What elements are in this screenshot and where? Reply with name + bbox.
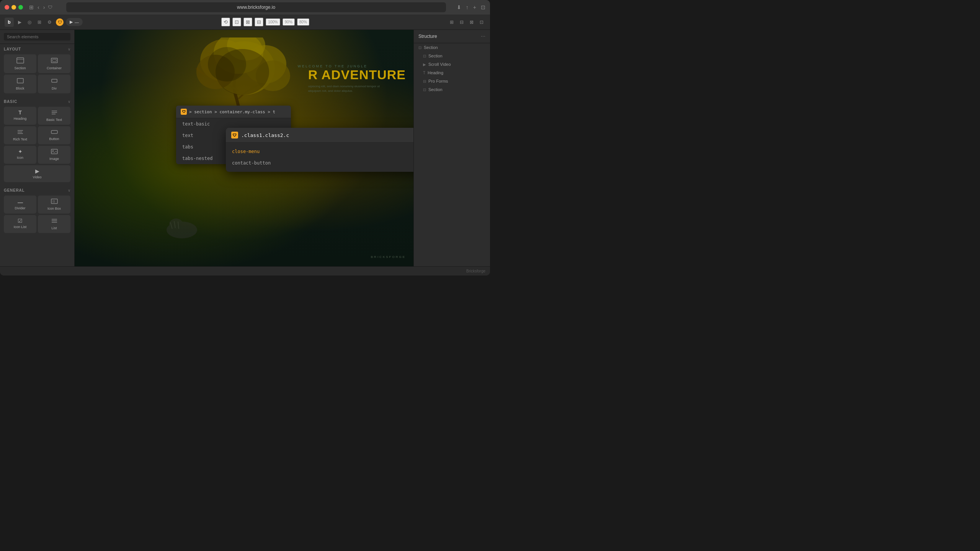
sidebar-toggle-button[interactable]: ⊞ [29, 4, 34, 10]
svg-rect-4 [17, 78, 23, 83]
sidebar-item-heading[interactable]: T Heading [4, 107, 36, 125]
class-suggestion-close-menu[interactable]: close-menu [226, 146, 413, 157]
rich-text-icon [17, 129, 24, 136]
fullscreen-window-button[interactable] [18, 5, 23, 10]
section-icon [16, 57, 24, 65]
heading-icon: T [18, 110, 22, 115]
toolbar-pill[interactable]: ▶ — [66, 18, 83, 26]
sidebar-basic-video-grid: ▶ Video [4, 165, 70, 182]
search-input[interactable] [4, 33, 70, 41]
svg-rect-0 [17, 58, 24, 63]
desktop-view-button[interactable]: ⊡ [232, 18, 241, 26]
toolbar-center: ⟲ ⊡ ⊠ ⊟ 100% 90% 80% [85, 18, 446, 26]
list-icon [51, 218, 58, 225]
class-popup: 🛡 close-menu contact-button [226, 128, 413, 172]
canvas-area: Welcome To The Jungle R ADVENTURE urpisc… [75, 30, 413, 266]
titlebar-right-controls: ⬇ ↑ + ⊡ [457, 4, 485, 10]
sidebar-general-grid: Divider ⊡ Icon Box ☑ Icon List [4, 196, 70, 233]
sidebar-item-button[interactable]: Button [38, 126, 70, 144]
sidebar-general-toggle[interactable]: ∨ [68, 188, 70, 192]
address-bar[interactable]: www.bricksforge.io [66, 2, 446, 12]
image-label: Image [49, 157, 59, 161]
svg-rect-2 [51, 58, 57, 63]
sidebar-item-icon-element[interactable]: ✦ Icon [4, 146, 36, 164]
toolbar-right: ⊞ ⊟ ⊠ ⊡ [448, 18, 485, 26]
bottom-bar-text: Bricksforge [466, 269, 485, 273]
class-suggestion-contact-button[interactable]: contact-button [226, 157, 413, 169]
preview-button[interactable]: ⊠ [468, 18, 475, 26]
sidebar-item-icon-list[interactable]: ☑ Icon List [4, 215, 36, 233]
forward-button[interactable]: › [43, 4, 45, 10]
sidebar-item-image[interactable]: Image [38, 146, 70, 164]
sidebar-item-icon-box[interactable]: ⊡ Icon Box [38, 196, 70, 214]
block-label: Block [16, 86, 24, 90]
new-tab-button[interactable]: + [473, 4, 476, 10]
sidebar-basic-toggle[interactable]: ∨ [68, 99, 70, 104]
structure-item-scroll-video[interactable]: ▶ Scroll Video [418, 60, 490, 68]
sidebar-basic-grid: T Heading Basic Text [4, 107, 70, 164]
sidebar-search-container [0, 30, 74, 44]
play-button[interactable]: ▶ [16, 18, 23, 26]
sidebar-item-rich-text[interactable]: Rich Text [4, 126, 36, 144]
right-panel-title: Structure [418, 34, 437, 39]
sidebar-item-container[interactable]: Container [38, 54, 70, 73]
back-button[interactable]: ‹ [38, 4, 39, 10]
structure-toggle-button[interactable]: ⊟ [458, 18, 466, 26]
class-input[interactable] [241, 132, 413, 138]
div-label: Div [52, 86, 57, 90]
structure-scroll-video-icon: ▶ [423, 62, 426, 67]
left-sidebar: LAYOUT ∨ Section [0, 30, 75, 266]
video-icon: ▶ [35, 168, 39, 174]
zoom-80-button[interactable]: 80% [297, 18, 309, 26]
share-button[interactable]: ↑ [466, 4, 469, 10]
zoom-90-button[interactable]: 90% [283, 18, 295, 26]
sidebar-layout-toggle[interactable]: ∨ [68, 47, 70, 51]
svg-rect-5 [52, 79, 57, 82]
publish-button[interactable]: ⊡ [478, 18, 485, 26]
structure-item-pro-forms[interactable]: ⊟ Pro Forms [418, 77, 490, 85]
close-window-button[interactable] [5, 5, 9, 10]
right-panel-settings-button[interactable]: ⋯ [481, 34, 485, 39]
structure-item-section2[interactable]: ⊡ Section [418, 52, 490, 60]
container-icon [51, 57, 58, 65]
canvas-branding: BRICKSFORGE [371, 255, 406, 259]
svg-text:⊡: ⊡ [52, 200, 55, 203]
options-button[interactable]: ⚙ [46, 18, 54, 26]
layout-toggle-button[interactable]: ⊞ [448, 18, 456, 26]
right-panel-header: Structure ⋯ [414, 30, 490, 43]
icon-list-icon: ☑ [18, 218, 23, 223]
structure-heading-icon: T [423, 71, 425, 75]
undo-button[interactable]: ⟲ [221, 18, 230, 26]
sidebar-item-basic-text[interactable]: Basic Text [38, 107, 70, 125]
tablet-view-button[interactable]: ⊠ [243, 18, 252, 26]
icon-box-icon: ⊡ [51, 199, 58, 205]
section-label: Section [14, 66, 26, 70]
pill-icon: ▶ [70, 20, 73, 24]
grid-button[interactable]: ⊞ [36, 18, 43, 26]
download-button[interactable]: ⬇ [457, 4, 461, 10]
structure-item-section1[interactable]: ⊡ Section [414, 43, 490, 52]
bottom-bar: Bricksforge [0, 266, 490, 276]
sidebar-item-div[interactable]: Div [38, 75, 70, 93]
container-label: Container [47, 66, 62, 70]
sidebar-basic-section: BASIC ∨ T Heading [0, 96, 74, 185]
structure-item-section3[interactable]: ⊡ Section [418, 85, 490, 94]
class-popup-header: 🛡 [226, 128, 413, 143]
settings-button[interactable]: ◎ [26, 18, 33, 26]
titlebar-nav: ⊞ ‹ › [29, 4, 45, 10]
structure-section1-icon: ⊡ [418, 46, 421, 50]
basic-text-label: Basic Text [46, 118, 62, 122]
minimize-window-button[interactable] [11, 5, 16, 10]
url-text: www.bricksforge.io [237, 5, 275, 10]
mobile-view-button[interactable]: ⊟ [255, 18, 263, 26]
sidebar-item-section[interactable]: Section [4, 54, 36, 73]
sidebar-item-divider[interactable]: Divider [4, 196, 36, 214]
sidebar-item-block[interactable]: Block [4, 75, 36, 93]
tabs-button[interactable]: ⊡ [481, 4, 485, 10]
zoom-100-button[interactable]: 100% [266, 18, 280, 26]
icon-element-icon: ✦ [18, 149, 23, 154]
sidebar-item-video[interactable]: ▶ Video [4, 165, 70, 182]
sidebar-item-list[interactable]: List [38, 215, 70, 233]
pill-separator: — [75, 20, 79, 24]
structure-item-heading[interactable]: T Heading [418, 68, 490, 77]
